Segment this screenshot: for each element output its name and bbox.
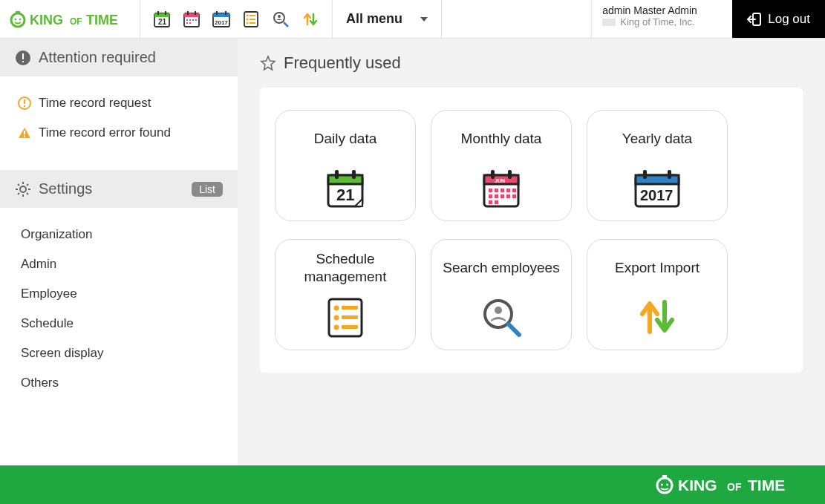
svg-rect-29	[250, 15, 255, 16]
svg-point-85	[334, 315, 339, 321]
gear-icon	[15, 181, 31, 197]
svg-rect-1	[16, 11, 20, 13]
search-employee-icon[interactable]	[271, 10, 290, 29]
header: KING OF TIME 21 2017 All menu admin Mast…	[0, 0, 825, 39]
monthly-calendar-icon[interactable]	[182, 10, 201, 29]
svg-rect-42	[24, 99, 25, 104]
svg-text:21: 21	[336, 186, 354, 204]
sidebar: Attention required Time record request T…	[0, 39, 238, 465]
svg-text:2017: 2017	[640, 187, 674, 203]
svg-point-83	[334, 306, 339, 311]
sidebar-item-others[interactable]: Others	[0, 368, 238, 398]
svg-rect-79	[643, 170, 647, 179]
settings-title: Settings	[39, 180, 92, 197]
sidebar-item-label: Organization	[21, 227, 92, 242]
svg-rect-31	[250, 19, 255, 20]
sidebar-item-label: Others	[21, 376, 59, 390]
svg-text:21: 21	[158, 18, 167, 26]
svg-rect-73	[506, 194, 510, 198]
attention-icon	[15, 50, 31, 66]
sidebar-item-time-record-error[interactable]: Time record error found	[0, 118, 238, 148]
logout-icon	[747, 12, 762, 27]
svg-rect-23	[213, 13, 229, 17]
svg-text:JUN: JUN	[495, 178, 505, 183]
svg-point-90	[495, 307, 502, 314]
svg-point-32	[247, 22, 249, 24]
sidebar-item-schedule[interactable]: Schedule	[0, 309, 238, 338]
svg-rect-18	[192, 19, 194, 21]
card-monthly-data[interactable]: Monthly data JUN	[431, 110, 572, 221]
toolbar: 21 2017	[140, 0, 333, 38]
svg-point-87	[334, 325, 339, 330]
card-label: Daily data	[314, 121, 377, 157]
card-export-import[interactable]: Export Import	[587, 239, 728, 350]
svg-point-46	[20, 186, 26, 192]
daily-calendar-icon[interactable]: 21	[152, 10, 172, 29]
svg-rect-88	[342, 325, 358, 329]
king-of-time-logo-icon: KING OF TIME	[9, 10, 131, 29]
chevron-down-icon	[420, 17, 428, 22]
info-circle-icon	[18, 96, 31, 110]
svg-rect-16	[186, 19, 188, 21]
svg-line-51	[18, 184, 19, 186]
svg-rect-39	[22, 53, 24, 59]
svg-point-0	[11, 13, 25, 27]
yearly-calendar-icon[interactable]: 2017	[212, 10, 231, 29]
card-label: Search employees	[443, 250, 559, 286]
schedule-mgmt-icon[interactable]	[241, 10, 261, 29]
svg-text:TIME: TIME	[748, 477, 785, 494]
sidebar-item-admin[interactable]: Admin	[0, 249, 238, 279]
card-daily-data[interactable]: Daily data 21	[275, 110, 416, 221]
user-info: admin Master Admin King of Time, Inc.	[591, 0, 732, 38]
svg-rect-65	[489, 189, 492, 192]
attention-title: Attention required	[39, 49, 156, 66]
export-import-icon-large	[635, 292, 679, 342]
card-search-employees[interactable]: Search employees	[431, 239, 572, 350]
svg-rect-14	[187, 11, 189, 15]
svg-line-91	[509, 324, 519, 335]
settings-list: Organization Admin Employee Schedule Scr…	[0, 208, 238, 420]
svg-line-54	[27, 184, 28, 186]
schedule-management-icon	[325, 292, 366, 342]
svg-text:2017: 2017	[215, 19, 228, 26]
logout-button[interactable]: Log out	[732, 0, 825, 38]
svg-rect-9	[157, 11, 159, 15]
svg-rect-58	[352, 170, 356, 179]
sidebar-item-time-record-request[interactable]: Time record request	[0, 88, 238, 118]
svg-rect-57	[335, 170, 339, 179]
card-label: Yearly data	[622, 121, 692, 157]
svg-rect-93	[662, 475, 667, 478]
user-name: admin Master Admin	[602, 4, 722, 16]
svg-point-92	[657, 478, 672, 493]
yearly-data-icon: 2017	[631, 163, 683, 213]
svg-rect-84	[342, 306, 358, 310]
main-content: Frequently used Daily data 21 Monthly da…	[238, 39, 825, 465]
sidebar-item-screen-display[interactable]: Screen display	[0, 338, 238, 368]
card-yearly-data[interactable]: Yearly data 2017	[587, 110, 728, 221]
svg-rect-44	[24, 131, 25, 134]
brand-logo[interactable]: KING OF TIME	[0, 0, 140, 38]
search-employees-icon	[479, 292, 524, 342]
settings-list-badge[interactable]: List	[192, 182, 223, 197]
svg-rect-72	[500, 194, 504, 198]
svg-point-3	[19, 18, 22, 20]
sidebar-item-organization[interactable]: Organization	[0, 220, 238, 249]
svg-rect-45	[24, 136, 25, 137]
svg-point-2	[15, 18, 17, 20]
logout-label: Log out	[768, 12, 810, 27]
svg-rect-15	[195, 11, 196, 15]
sidebar-item-employee[interactable]: Employee	[0, 279, 238, 309]
svg-line-53	[18, 193, 19, 194]
svg-rect-66	[495, 189, 498, 192]
svg-point-95	[666, 484, 668, 486]
card-label: Schedule management	[281, 250, 409, 286]
card-schedule-management[interactable]: Schedule management	[275, 239, 416, 350]
settings-header: Settings List	[0, 170, 238, 208]
star-icon	[260, 55, 276, 71]
export-import-icon[interactable]	[301, 10, 320, 29]
svg-rect-10	[165, 11, 166, 15]
svg-rect-56	[328, 175, 362, 184]
all-menu-dropdown[interactable]: All menu	[333, 0, 442, 38]
svg-point-35	[278, 15, 281, 18]
sidebar-item-label: Time record error found	[39, 125, 171, 140]
